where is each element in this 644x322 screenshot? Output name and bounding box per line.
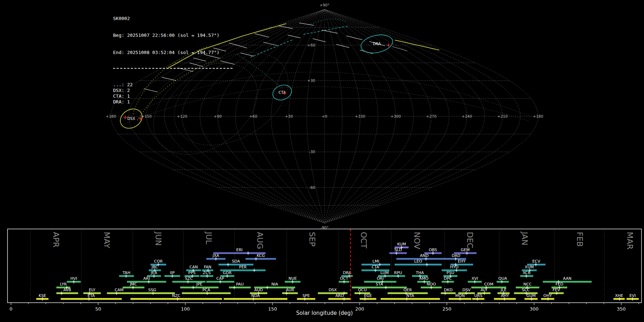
shower-code-label-CAP: CAP — [216, 276, 224, 281]
shower-code-label-ECV: ECV — [532, 259, 541, 264]
shower-code-label-EVI: EVI — [629, 293, 636, 298]
shower-code-label-RPU: RPU — [394, 270, 402, 275]
meteor-station-screen: +180+150+120+90+60+30+0+330+300+270+240+… — [0, 0, 644, 322]
sporadic-meteor-track — [313, 39, 326, 42]
month-label-JUL: JUL — [204, 231, 213, 245]
shower-code-label-JPE: JPE — [196, 282, 203, 287]
shower-code-label-XCB: XCB — [523, 270, 531, 275]
shower-code-label-NUE: NUE — [288, 276, 297, 281]
shower-code-label-EGE: EGE — [364, 293, 372, 298]
month-label-APR: APR — [52, 232, 60, 248]
shower-code-label-SZC: SZC — [185, 276, 193, 281]
shower-code-label-GEM: GEM — [461, 248, 470, 252]
shower-code-label-PPS: PPS — [188, 270, 195, 275]
shower-code-label-DAD: DAD — [452, 253, 460, 258]
shower-code-label-SDA: SDA — [232, 259, 240, 264]
peak-marker-ERI — [247, 252, 249, 255]
shower-code-label-HVI: HVI — [70, 276, 77, 281]
shower-code-label-LUM: LUM — [380, 270, 389, 275]
shower-code-label-KCG: KCG — [257, 253, 265, 258]
shower-activity-bar-NZC — [131, 298, 222, 300]
shower-code-label-JXA: JXA — [212, 253, 219, 258]
shower-code-label-DPC: DPC — [444, 276, 452, 281]
longitude-label: +30 — [285, 114, 293, 118]
shower-code-label-AUD: AUD — [254, 288, 263, 292]
shower-code-label-AUR: AUR — [286, 288, 294, 292]
shower-activity-bar-EGE — [360, 298, 376, 300]
north-pole-label: +90° — [319, 3, 329, 7]
shower-code-label-SPE: SPE — [302, 293, 310, 298]
peak-marker-JPE — [192, 286, 195, 289]
shower-code-label-FAN: FAN — [204, 265, 211, 269]
shower-code-label-QUA: QUA — [498, 276, 507, 281]
longitude-label: +180 — [533, 114, 543, 118]
x-axis-title: Solar longitude (deg) — [5, 310, 644, 316]
shower-code-label-DSX: DSX — [328, 288, 337, 292]
shower-code-label-OBS: OBS — [429, 248, 437, 252]
month-label-JAN: JAN — [520, 231, 529, 245]
shower-activity-bar-SDA — [219, 264, 254, 265]
observation-end: End: 20251008 03:52:04 (sol = 194.77°) — [113, 50, 233, 55]
peak-marker-AVB — [60, 292, 63, 295]
shower-activity-bar-ETA — [61, 298, 122, 300]
shower-activity-bar-SLD — [389, 252, 407, 254]
month-labels: APRMAYJUNJULAUGSEPOCTNOVDECJANFEBMAR — [52, 231, 634, 249]
shower-code-label-NZC: NZC — [172, 293, 181, 298]
shower-code-label-IIP: IIP — [170, 270, 175, 275]
latitude-label: +30 — [307, 78, 315, 83]
longitude-label: +0 — [322, 114, 327, 118]
shower-code-label-AAN: AAN — [563, 276, 572, 281]
meteor-counts: ...: 22DSX: 2CTA: 1DRA: 1 — [113, 82, 233, 104]
shower-code-label-LEO: LEO — [414, 259, 422, 264]
shower-code-label-ARD: ARD — [336, 293, 344, 298]
shower-label-DSX: DSX — [127, 116, 135, 121]
shower-code-label-OER: OER — [404, 288, 412, 292]
meteor-count-line: DRA: 1 — [113, 99, 233, 105]
shower-code-label-XHE: XHE — [615, 293, 623, 298]
sporadic-meteor-track — [255, 34, 269, 37]
shower-code-label-XVI: XVI — [472, 276, 478, 281]
peak-marker-LEO — [426, 263, 428, 267]
shower-code-label-THA: THA — [415, 270, 424, 275]
longitude-label: +300 — [391, 114, 401, 118]
shower-code-label-TAH: TAH — [122, 270, 131, 275]
shower-code-label-FED: FED — [556, 282, 564, 287]
shower-activity-bar-ARD — [328, 298, 351, 300]
shower-code-label-CAN: CAN — [189, 265, 197, 269]
shower-code-label-XUM: XUM — [525, 265, 534, 269]
month-label-DEC: DEC — [465, 232, 474, 248]
sporadic-meteor-track — [240, 53, 254, 56]
shower-code-label-CAM: CAM — [115, 288, 124, 292]
shower-code-label-PAU: PAU — [236, 282, 244, 287]
shower-code-label-ETA: ETA — [88, 293, 95, 298]
shower-code-label-SSG: SSG — [148, 288, 156, 292]
latitude-label: -60 — [309, 185, 315, 190]
sporadic-meteor-track — [288, 35, 301, 38]
shower-code-label-NTA: NTA — [406, 293, 414, 298]
shower-code-label-NOO: NOO — [427, 282, 436, 287]
peak-marker-SDA — [227, 263, 229, 267]
shower-code-label-AMO: AMO — [419, 276, 429, 281]
month-label-MAY: MAY — [102, 232, 111, 248]
separator-line — [113, 68, 233, 69]
shower-code-label-JEA: JEA — [151, 270, 157, 275]
shower-activity-bar-AVB — [57, 292, 78, 294]
shower-meteor-track — [395, 40, 439, 50]
observation-info-panel: SK0002 Beg: 20251007 22:56:00 (sol = 194… — [113, 4, 233, 116]
longitude-label: +330 — [355, 114, 365, 118]
shower-code-label-KUM: KUM — [397, 242, 406, 247]
shower-activity-bar-NDA — [224, 298, 287, 300]
shower-activity-bar-PAU — [229, 287, 251, 288]
meteor-count-line: DSX: 2 — [113, 88, 233, 93]
meteor-observation-figure: +180+150+120+90+60+30+0+330+300+270+240+… — [0, 0, 644, 322]
shower-activity-bar-CAM — [107, 292, 131, 294]
shower-label-CTA: CTA — [279, 90, 286, 94]
shower-code-label-ZCS: ZCS — [203, 270, 211, 275]
shower-code-label-OCT: OCT — [340, 276, 348, 281]
shower-code-label-LMI: LMI — [372, 259, 379, 264]
peak-marker-PAU — [233, 286, 235, 289]
shower-code-label-EHY: EHY — [458, 259, 466, 264]
shower-code-label-ARI: ARI — [143, 276, 150, 281]
shower-code-label-COR: COR — [154, 259, 163, 264]
shower-activity-bar-KCG — [245, 258, 276, 260]
